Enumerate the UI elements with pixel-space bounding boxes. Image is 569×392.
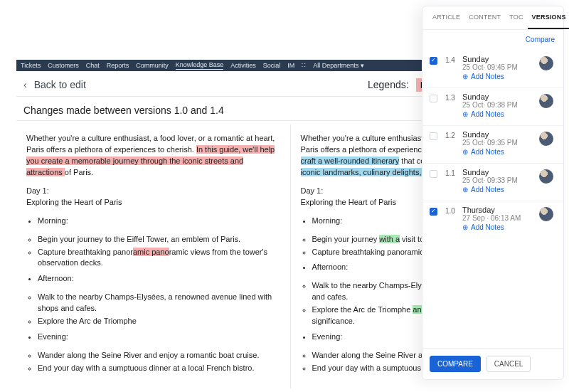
old-afternoon-items: Walk to the nearby Champs-Elysées, a ren… (26, 292, 280, 327)
grid-icon[interactable]: ∷ (302, 62, 306, 69)
add-notes-label: Add Notes (471, 73, 504, 80)
old-day-heading: Day 1: (26, 186, 280, 197)
afternoon-label: Afternoon: (38, 273, 280, 285)
version-meta: Thursday 27 Sep · 06:13 AM ⊕Add Notes (462, 206, 536, 231)
text: Capture breathtaking panor (38, 248, 133, 256)
version-time: 25 Oct· 09:38 PM (462, 101, 536, 109)
version-item[interactable]: 1.4 Sunday 25 Oct· 09:45 PM ⊕Add Notes (422, 51, 563, 88)
text: Begin your journey (312, 235, 380, 243)
nav-customers[interactable]: Customers (48, 62, 79, 69)
version-item[interactable]: 1.0 Thursday 27 Sep · 06:13 AM ⊕Add Note… (422, 201, 563, 238)
tab-toc[interactable]: TOC (505, 6, 527, 29)
nav-social[interactable]: Social (263, 62, 281, 69)
version-day: Sunday (462, 55, 536, 63)
version-day: Thursday (462, 206, 536, 214)
diff-old-column: Whether you're a culture enthusiast, a f… (16, 125, 291, 388)
old-day-sub: Exploring the Heart of Paris (26, 197, 280, 208)
add-notes-label: Add Notes (471, 223, 504, 231)
back-arrow-icon[interactable]: ‹ (23, 79, 27, 90)
nav-community[interactable]: Community (136, 62, 169, 69)
add-notes-link[interactable]: ⊕Add Notes (462, 148, 536, 156)
version-day: Sunday (462, 130, 536, 139)
version-item[interactable]: 1.2 Sunday 25 Oct· 09:35 PM ⊕Add Notes (422, 126, 563, 164)
old-intro: Whether you're a culture enthusiast, a f… (26, 133, 280, 179)
version-item[interactable]: 1.3 Sunday 25 Oct· 09:38 PM ⊕Add Notes (422, 88, 563, 126)
list-item: Begin your journey to the Eiffel Tower, … (38, 234, 280, 245)
old-evening-items: Wander along the Seine River and enjoy a… (26, 350, 280, 374)
version-meta: Sunday 25 Oct· 09:33 PM ⊕Add Notes (462, 168, 536, 194)
version-checkbox[interactable] (430, 132, 437, 140)
version-time: 25 Oct· 09:45 PM (462, 63, 536, 71)
version-meta: Sunday 25 Oct· 09:45 PM ⊕Add Notes (462, 55, 536, 80)
author-avatar (539, 169, 553, 184)
version-number: 1.3 (445, 92, 459, 102)
old-morning-items: Begin your journey to the Eiffel Tower, … (26, 234, 280, 270)
tab-versions[interactable]: VERSIONS (528, 6, 569, 29)
chevron-down-icon: ▾ (361, 62, 364, 69)
plus-icon: ⊕ (462, 223, 468, 231)
version-time: 25 Oct· 09:35 PM (462, 139, 536, 147)
old-morning-section: Morning: (26, 216, 280, 227)
version-meta: Sunday 25 Oct· 09:38 PM ⊕Add Notes (462, 92, 536, 118)
author-avatar (539, 207, 553, 221)
text: Explore the Arc de Triomphe (312, 305, 413, 314)
version-item[interactable]: 1.1 Sunday 25 Oct· 09:33 PM ⊕Add Notes (422, 164, 563, 201)
add-notes-label: Add Notes (471, 186, 504, 194)
add-notes-link[interactable]: ⊕Add Notes (462, 186, 536, 194)
version-time: 27 Sep · 06:13 AM (462, 214, 536, 222)
evening-label: Evening: (38, 332, 280, 343)
page-title: Changes made between versions 1.0 and 1.… (23, 105, 224, 116)
department-picker[interactable]: All Departments ▾ (313, 62, 364, 69)
list-item: End your day with a sumptuous dinner at … (38, 363, 280, 374)
nav-reports[interactable]: Reports (107, 62, 129, 69)
tab-article[interactable]: ARTICLE (428, 6, 464, 29)
plus-icon: ⊕ (462, 110, 468, 118)
text: that co (399, 157, 425, 165)
add-notes-link[interactable]: ⊕Add Notes (462, 223, 536, 231)
panel-tabs: ARTICLE CONTENT TOC VERSIONS (422, 6, 563, 30)
version-day: Sunday (462, 92, 536, 101)
list-item: Walk to the nearby Champs-Elysées, a ren… (38, 292, 280, 314)
version-checkbox[interactable] (430, 170, 437, 178)
removed-text: amic pano (133, 248, 169, 256)
back-to-edit-link[interactable]: Back to edit (34, 79, 86, 90)
version-list: 1.4 Sunday 25 Oct· 09:45 PM ⊕Add Notes 1… (422, 49, 563, 348)
version-checkbox[interactable] (430, 208, 437, 216)
tab-content[interactable]: CONTENT (464, 6, 505, 29)
plus-icon: ⊕ (462, 73, 468, 80)
nav-tickets[interactable]: Tickets (21, 62, 41, 69)
nav-im[interactable]: IM (287, 62, 294, 69)
plus-icon: ⊕ (462, 148, 468, 156)
version-checkbox[interactable] (430, 57, 437, 65)
nav-activities[interactable]: Activities (230, 62, 256, 69)
add-notes-link[interactable]: ⊕Add Notes (462, 73, 536, 80)
nav-chat[interactable]: Chat (86, 62, 100, 69)
version-meta: Sunday 25 Oct· 09:35 PM ⊕Add Notes (462, 130, 536, 156)
version-day: Sunday (462, 168, 536, 176)
legends-label: Legends: (368, 79, 409, 90)
add-notes-label: Add Notes (471, 148, 504, 156)
version-number: 1.4 (445, 55, 459, 64)
text: of Paris. (65, 168, 93, 176)
nav-knowledge-base[interactable]: Knowledge Base (176, 61, 224, 70)
add-notes-link[interactable]: ⊕Add Notes (462, 110, 536, 118)
version-number: 1.1 (445, 168, 459, 177)
compare-button[interactable]: COMPARE (430, 356, 481, 372)
list-item: Explore the Arc de Triomphe (38, 316, 280, 327)
version-time: 25 Oct· 09:33 PM (462, 176, 536, 184)
version-checkbox[interactable] (430, 95, 437, 102)
added-text: with a (379, 235, 400, 243)
list-item: Wander along the Seine River and enjoy a… (38, 350, 280, 361)
list-item: Capture breathtaking panoramic panoramic… (38, 247, 280, 270)
version-number: 1.0 (445, 206, 459, 215)
morning-label: Morning: (38, 216, 280, 227)
cancel-button[interactable]: CANCEL (486, 356, 531, 372)
old-afternoon-section: Afternoon: (26, 273, 280, 285)
department-label: All Departments (313, 62, 358, 69)
compare-link[interactable]: Compare (422, 30, 563, 49)
author-avatar (539, 56, 553, 70)
add-notes-label: Add Notes (471, 110, 504, 118)
author-avatar (539, 94, 553, 108)
versions-panel: ARTICLE CONTENT TOC VERSIONS Compare 1.4… (422, 6, 564, 380)
author-avatar (539, 132, 553, 146)
